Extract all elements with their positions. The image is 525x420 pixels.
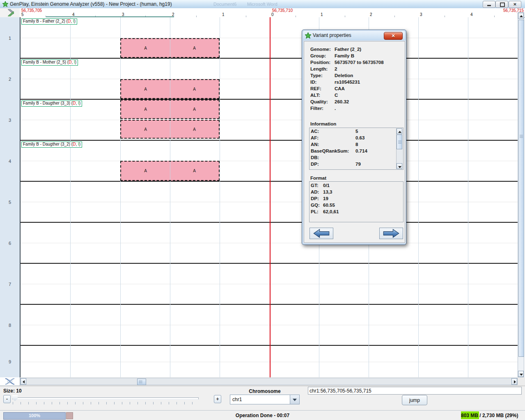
track-row[interactable] — [21, 264, 518, 305]
track-number[interactable]: 9 — [0, 346, 20, 377]
track-number[interactable]: 6 — [0, 223, 20, 264]
variant-box[interactable]: A A — [120, 38, 220, 58]
allele-divider — [21, 284, 518, 284]
field-value: rs10545231 — [335, 80, 360, 84]
variant-box[interactable]: A A — [120, 161, 220, 181]
scroll-left-button[interactable] — [21, 378, 26, 385]
ruler-tick-label: 2 — [370, 12, 372, 17]
allele-divider — [21, 79, 518, 79]
track-number[interactable]: 2 — [0, 59, 20, 100]
horizontal-scrollbar[interactable] — [20, 378, 518, 385]
dna-tool-button[interactable] — [0, 377, 20, 386]
jump-button[interactable]: jump — [402, 395, 427, 405]
track-label-text: Family B - Daugther (3_2) ( — [23, 142, 73, 146]
vertical-scrollbar[interactable] — [518, 12, 524, 377]
variant-allele[interactable]: A — [170, 121, 219, 138]
track-tools-button[interactable] — [0, 8, 20, 18]
track-row[interactable] — [21, 223, 518, 264]
variant-allele[interactable]: A — [121, 39, 170, 57]
chromosome-select[interactable]: chr1 — [230, 395, 300, 404]
info-label: BaseQRankSum: — [311, 148, 355, 153]
information-scrollbar[interactable] — [396, 128, 403, 169]
info-label: DB: — [311, 155, 355, 160]
arrow-right-icon — [514, 380, 516, 383]
background-window-text: Document6 — [213, 2, 236, 7]
scroll-down-button[interactable] — [397, 163, 402, 169]
track-number[interactable]: 8 — [0, 305, 20, 346]
previous-variant-button[interactable] — [309, 228, 333, 239]
track-label[interactable]: Family B - Father (2_2) (D, I) — [21, 18, 77, 25]
track-number[interactable]: 7 — [0, 264, 20, 305]
zoom-in-button[interactable]: + — [214, 395, 221, 403]
allele-divider — [21, 243, 518, 243]
variant-allele[interactable]: A — [170, 39, 219, 57]
dialog-content: Genome:Father (2_2) Group:Family B Posit… — [303, 41, 406, 243]
zoom-out-button[interactable]: - — [3, 395, 11, 403]
track-number[interactable]: 5 — [0, 182, 20, 223]
dialog-star-icon — [305, 32, 311, 39]
chromosome-dropdown-button[interactable] — [290, 395, 299, 404]
track-row[interactable] — [21, 182, 518, 223]
restore-button[interactable] — [495, 1, 508, 8]
track-row[interactable] — [21, 346, 518, 377]
format-panel: GT:0/1 AD:13,3 DP:19 GQ:60.55 PL:62,0,61 — [309, 181, 403, 222]
format-label: PL: — [311, 209, 323, 214]
track-number[interactable]: 4 — [0, 141, 20, 182]
control-panel: Size: 10 - + Chromosome chr1 jump — [0, 386, 525, 410]
field-label: Genome: — [310, 47, 335, 52]
dialog-close-button[interactable]: ✕ — [384, 32, 403, 40]
variant-allele[interactable]: A — [170, 80, 219, 98]
track-row[interactable] — [21, 305, 518, 346]
next-variant-button[interactable] — [379, 228, 403, 239]
track-handle-column[interactable]: 1 2 3 4 5 6 7 8 9 — [0, 17, 21, 377]
close-button[interactable]: ✕ — [509, 1, 521, 8]
variant-box[interactable]: A A — [120, 120, 220, 139]
dialog-title-bar[interactable]: Variant properties ✕ — [303, 31, 405, 40]
allele-divider — [21, 38, 518, 38]
arrow-left-icon — [313, 229, 330, 238]
application-window: GenPlay, Einstein Genome Analyzer (v558)… — [0, 0, 525, 420]
variant-box[interactable]: A A — [120, 100, 220, 119]
track-area[interactable]: Family B - Father (2_2) (D, I) Family B … — [21, 17, 518, 377]
info-label: DP: — [311, 162, 355, 167]
info-label: AF: — [311, 135, 355, 140]
information-scrollbar-thumb[interactable] — [397, 135, 402, 149]
arrow-left-icon — [23, 380, 25, 383]
grid-line — [170, 17, 170, 377]
variant-properties-dialog[interactable]: Variant properties ✕ Genome:Father (2_2)… — [302, 30, 406, 245]
variant-box[interactable]: A A — [120, 79, 220, 99]
scroll-up-button[interactable] — [518, 13, 524, 19]
track-label[interactable]: Family B - Daugther (3_2) (D, I) — [21, 142, 82, 148]
track-label[interactable]: Family B - Daugther (3_3) (D, I) — [21, 100, 82, 107]
information-panel: AC:5 AF:0.63 AN:8 BaseQRankSum:0.714 DB:… — [309, 128, 403, 170]
field-value: CAA — [335, 86, 345, 91]
variant-allele[interactable]: A — [170, 100, 219, 118]
scroll-up-button[interactable] — [397, 128, 402, 134]
scroll-right-button[interactable] — [511, 378, 517, 385]
track-row[interactable] — [21, 100, 518, 141]
vertical-scrollbar-thumb[interactable] — [518, 20, 524, 357]
position-input[interactable] — [308, 387, 522, 395]
variant-allele[interactable]: A — [170, 162, 219, 180]
track-row[interactable] — [21, 17, 518, 59]
track-row[interactable] — [21, 59, 518, 100]
minimize-button[interactable] — [483, 1, 495, 8]
field-value: 56735707 to 56735708 — [335, 60, 384, 65]
horizontal-scrollbar-thumb[interactable] — [137, 379, 146, 385]
arrow-right-icon — [383, 229, 399, 238]
track-number[interactable]: 3 — [0, 100, 20, 141]
variant-allele[interactable]: A — [121, 100, 170, 118]
variant-allele[interactable]: A — [121, 80, 170, 98]
field-label: Filter: — [310, 106, 335, 111]
track-number[interactable]: 1 — [0, 17, 20, 59]
scroll-down-button[interactable] — [518, 371, 524, 377]
track-row[interactable] — [21, 141, 518, 182]
track-label[interactable]: Family B - Mother (2_5) (D, I) — [21, 59, 78, 66]
field-label: Length: — [310, 66, 335, 71]
size-slider-thumb[interactable] — [12, 395, 18, 401]
size-slider-track[interactable] — [12, 397, 199, 399]
variant-grid-divider — [170, 100, 170, 118]
variant-allele[interactable]: A — [121, 121, 170, 138]
variant-allele[interactable]: A — [121, 162, 170, 180]
variant-fields: Genome:Father (2_2) Group:Family B Posit… — [310, 47, 402, 112]
